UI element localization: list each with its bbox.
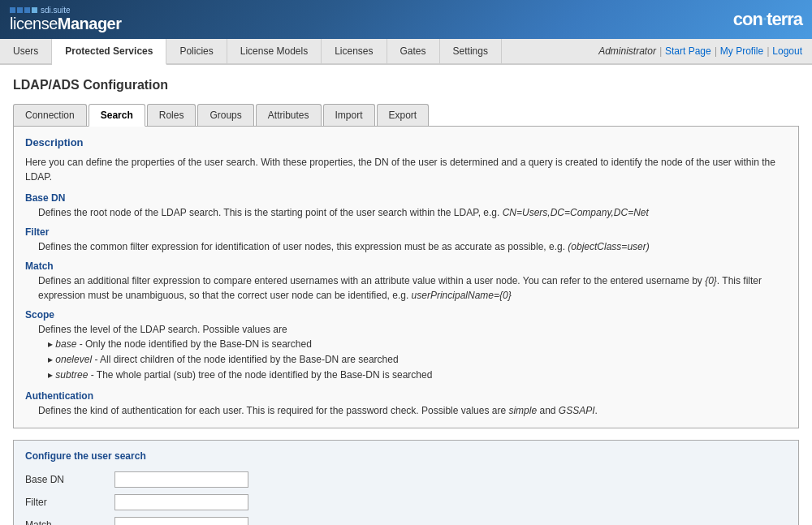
term-authentication: Authentication — [25, 390, 787, 402]
app-name-part1: license — [10, 15, 58, 32]
detail-scope: Defines the level of the LDAP search. Po… — [25, 322, 787, 337]
label-filter: Filter — [25, 497, 114, 508]
current-user: Administrator — [598, 45, 656, 57]
label-base-dn: Base DN — [25, 474, 114, 485]
configure-box: Configure the user search Base DN Filter… — [13, 440, 799, 525]
nav-tab-licenses[interactable]: Licenses — [322, 39, 387, 63]
app-name: licenseManager — [10, 15, 122, 33]
nav-tab-protected-services[interactable]: Protected Services — [52, 39, 166, 65]
logo-sq-4 — [32, 7, 37, 13]
app-logo: sdi.suite licenseManager — [10, 6, 122, 33]
scope-bullet-subtree: subtree - The whole partial (sub) tree o… — [25, 368, 787, 383]
sep-1: | — [659, 45, 662, 57]
input-match[interactable] — [114, 517, 248, 525]
field-row-base-dn: Base DN — [25, 471, 787, 488]
nav-user-area: Administrator | Start Page | My Profile … — [589, 39, 812, 63]
sub-tabs: Connection Search Roles Groups Attribute… — [13, 104, 799, 127]
sep-2: | — [715, 45, 717, 57]
sub-tab-connection[interactable]: Connection — [13, 104, 87, 126]
page-content: LDAP/ADS Configuration Connection Search… — [0, 65, 812, 525]
label-match: Match — [25, 519, 114, 525]
navbar: Users Protected Services Policies Licens… — [0, 39, 812, 65]
field-row-filter: Filter — [25, 494, 787, 510]
sub-tab-import[interactable]: Import — [323, 104, 375, 126]
term-filter: Filter — [25, 226, 787, 238]
nav-tabs: Users Protected Services Policies Licens… — [0, 39, 502, 63]
description-box: Description Here you can define the prop… — [13, 127, 799, 428]
scope-bullet-base: base - Only the node identified by the B… — [25, 337, 787, 352]
description-intro: Here you can define the properties of th… — [25, 155, 787, 184]
product-line: sdi.suite — [10, 6, 122, 15]
sub-tab-groups[interactable]: Groups — [197, 104, 253, 126]
nav-tab-gates[interactable]: Gates — [387, 39, 440, 63]
sub-tab-attributes[interactable]: Attributes — [256, 104, 322, 126]
sub-tab-export[interactable]: Export — [377, 104, 430, 126]
term-match: Match — [25, 260, 787, 272]
my-profile-link[interactable]: My Profile — [720, 45, 763, 57]
conterra-dot: · — [762, 9, 767, 29]
conterra-brand: con·terra — [733, 9, 802, 30]
logo-sq-2 — [17, 7, 23, 13]
detail-authentication: Defines the kind of authentication for e… — [25, 403, 787, 418]
field-row-match: Match — [25, 517, 787, 525]
configure-title: Configure the user search — [25, 450, 787, 462]
detail-match: Defines an additional filter expression … — [25, 273, 787, 303]
input-filter[interactable] — [114, 494, 248, 510]
detail-filter: Defines the common filter expression for… — [25, 239, 787, 254]
start-page-link[interactable]: Start Page — [665, 45, 711, 57]
detail-base-dn: Defines the root node of the LDAP search… — [25, 205, 787, 220]
product-line-text: sdi.suite — [41, 6, 71, 15]
nav-tab-settings[interactable]: Settings — [440, 39, 502, 63]
page-title: LDAP/ADS Configuration — [13, 78, 799, 93]
description-title: Description — [25, 136, 787, 148]
nav-tab-policies[interactable]: Policies — [166, 39, 227, 63]
logo-sq-1 — [10, 7, 15, 13]
nav-tab-license-models[interactable]: License Models — [227, 39, 322, 63]
logo-squares — [10, 7, 37, 13]
logo-sq-3 — [24, 7, 30, 13]
scope-bullet-onelevel: onelevel - All direct children of the no… — [25, 352, 787, 368]
nav-tab-users[interactable]: Users — [0, 39, 52, 63]
sep-3: | — [767, 45, 769, 57]
logout-link[interactable]: Logout — [772, 45, 802, 57]
sub-tab-roles[interactable]: Roles — [147, 104, 197, 126]
term-scope: Scope — [25, 309, 787, 321]
sub-tab-search[interactable]: Search — [89, 104, 145, 127]
header: sdi.suite licenseManager con·terra — [0, 0, 812, 39]
input-base-dn[interactable] — [114, 471, 248, 488]
term-base-dn: Base DN — [25, 192, 787, 204]
app-name-part2: Manager — [58, 15, 122, 32]
